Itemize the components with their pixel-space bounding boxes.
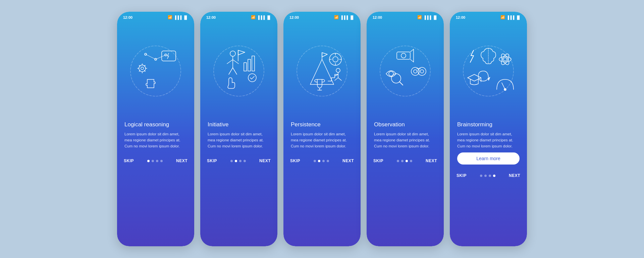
skip-button-1[interactable]: SKIP bbox=[124, 158, 134, 163]
svg-line-51 bbox=[410, 59, 414, 62]
svg-point-17 bbox=[214, 46, 264, 96]
content-1: Logical reasoning Lorem ipsum dolor sit … bbox=[117, 121, 194, 155]
phone-1: 12:00 📶 ▐▐▐ ▐▌ bbox=[117, 12, 194, 246]
screen-brainstorming: 12:00 📶 ▐▐▐ ▐▌ bbox=[450, 12, 527, 246]
content-2: Initiative Lorem ipsum dolor sit dim ame… bbox=[200, 121, 277, 155]
svg-line-9 bbox=[144, 65, 145, 66]
next-button-3[interactable]: NEXT bbox=[342, 158, 354, 163]
next-button-1[interactable]: NEXT bbox=[176, 158, 187, 163]
status-time-4: 12:00 bbox=[373, 15, 382, 19]
skip-button-5[interactable]: SKIP bbox=[457, 173, 467, 178]
signal-icon-5: ▐▐▐ bbox=[506, 15, 514, 19]
observation-svg bbox=[375, 41, 435, 101]
dot-2-1 bbox=[230, 160, 233, 162]
dot-5-1 bbox=[480, 175, 482, 177]
signal-icon-3: ▐▐▐ bbox=[340, 15, 348, 19]
wifi-icon-2: 📶 bbox=[251, 15, 256, 19]
skip-button-2[interactable]: SKIP bbox=[207, 158, 217, 163]
svg-point-40 bbox=[336, 68, 340, 72]
dots-5 bbox=[480, 175, 495, 177]
learn-more-button[interactable]: Learn more bbox=[457, 152, 520, 165]
status-icons-1: 📶 ▐▐▐ ▐▌ bbox=[168, 15, 188, 19]
next-button-4[interactable]: NEXT bbox=[426, 158, 437, 163]
illustration-initiative bbox=[200, 21, 277, 121]
dot-5-3 bbox=[489, 175, 491, 177]
skip-button-3[interactable]: SKIP bbox=[290, 158, 300, 163]
nav-bar-2: SKIP NEXT bbox=[200, 155, 277, 168]
nav-bar-3: SKIP NEXT bbox=[283, 155, 361, 168]
phone-3: 12:00 📶 ▐▐▐ ▐▌ bbox=[283, 12, 361, 246]
svg-line-50 bbox=[410, 49, 414, 52]
dot-1-3 bbox=[156, 160, 158, 162]
status-icons-3: 📶 ▐▐▐ ▐▌ bbox=[334, 15, 355, 19]
screen-body-5: Lorem ipsum dolor sit dim amet, mea regi… bbox=[457, 131, 520, 149]
status-bar-1: 12:00 📶 ▐▐▐ ▐▌ bbox=[117, 12, 194, 21]
svg-point-2 bbox=[141, 67, 144, 70]
screen-persistence: 12:00 📶 ▐▐▐ ▐▌ bbox=[283, 12, 361, 246]
screen-body-4: Lorem ipsum dolor sit dim amet, mea regi… bbox=[374, 131, 436, 149]
svg-line-8 bbox=[144, 70, 145, 71]
svg-point-56 bbox=[420, 70, 424, 73]
status-bar-5: 12:00 📶 ▐▐▐ ▐▌ bbox=[450, 12, 527, 21]
nav-bar-1: SKIP NEXT bbox=[117, 155, 194, 168]
svg-marker-68 bbox=[468, 74, 481, 81]
battery-icon-5: ▐▌ bbox=[516, 15, 521, 19]
signal-icon-2: ▐▐▐ bbox=[257, 15, 265, 19]
status-time-1: 12:00 bbox=[123, 15, 132, 19]
wifi-icon-5: 📶 bbox=[500, 15, 505, 19]
screen-body-3: Lorem ipsum dolor sit dim amet, mea regi… bbox=[291, 131, 353, 149]
dot-3-3 bbox=[322, 160, 325, 162]
status-time-5: 12:00 bbox=[456, 15, 465, 19]
svg-line-44 bbox=[338, 78, 341, 80]
dot-1-4 bbox=[160, 160, 163, 162]
status-bar-2: 12:00 📶 ▐▐▐ ▐▌ bbox=[200, 12, 277, 21]
svg-line-20 bbox=[227, 60, 233, 64]
illustration-observation bbox=[367, 21, 444, 121]
status-bar-3: 12:00 📶 ▐▐▐ ▐▌ bbox=[283, 12, 361, 21]
svg-line-60 bbox=[399, 82, 403, 85]
dot-1-1 bbox=[147, 160, 150, 162]
svg-line-23 bbox=[233, 68, 237, 74]
svg-point-63 bbox=[503, 58, 507, 61]
battery-icon: ▐▌ bbox=[183, 15, 188, 19]
svg-rect-26 bbox=[244, 63, 247, 71]
content-4: Observation Lorem ipsum dolor sit dim am… bbox=[367, 121, 444, 155]
battery-icon-3: ▐▌ bbox=[349, 15, 355, 19]
svg-line-7 bbox=[139, 65, 140, 66]
svg-marker-25 bbox=[238, 50, 245, 55]
svg-point-35 bbox=[333, 57, 338, 62]
dot-3-1 bbox=[314, 160, 316, 162]
screens-container: 12:00 📶 ▐▐▐ ▐▌ bbox=[117, 12, 527, 246]
battery-icon-2: ▐▌ bbox=[266, 15, 271, 19]
phone-5: 12:00 📶 ▐▐▐ ▐▌ bbox=[450, 12, 527, 246]
signal-icon: ▐▐▐ bbox=[174, 15, 181, 19]
phone-2: 12:00 📶 ▐▐▐ ▐▌ bbox=[200, 12, 277, 246]
svg-line-10 bbox=[139, 70, 140, 71]
illustration-persistence bbox=[283, 21, 361, 121]
screen-title-5: Brainstorming bbox=[457, 121, 520, 128]
svg-point-71 bbox=[504, 88, 506, 90]
dots-4 bbox=[397, 160, 412, 162]
dot-2-3 bbox=[239, 160, 241, 162]
next-button-2[interactable]: NEXT bbox=[259, 158, 271, 163]
status-time-3: 12:00 bbox=[289, 15, 299, 19]
svg-rect-28 bbox=[252, 56, 255, 71]
dot-5-4 bbox=[493, 175, 495, 177]
dots-1 bbox=[147, 160, 163, 162]
phone-4: 12:00 📶 ▐▐▐ ▐▌ bbox=[367, 12, 444, 246]
screen-title-3: Persistence bbox=[291, 121, 353, 128]
status-time-2: 12:00 bbox=[206, 15, 216, 19]
dot-1-2 bbox=[152, 160, 154, 162]
initiative-svg bbox=[209, 41, 269, 101]
next-button-5[interactable]: NEXT bbox=[509, 173, 520, 178]
dot-2-4 bbox=[244, 160, 246, 162]
svg-line-21 bbox=[233, 60, 238, 64]
logical-reasoning-svg bbox=[125, 41, 186, 101]
skip-button-4[interactable]: SKIP bbox=[373, 158, 383, 163]
battery-icon-4: ▐▌ bbox=[432, 15, 438, 19]
screen-initiative: 12:00 📶 ▐▐▐ ▐▌ bbox=[200, 12, 277, 246]
svg-line-15 bbox=[146, 54, 156, 59]
persistence-svg bbox=[292, 41, 352, 101]
dot-2-2 bbox=[235, 160, 237, 162]
screen-logical-reasoning: 12:00 📶 ▐▐▐ ▐▌ bbox=[117, 12, 194, 246]
